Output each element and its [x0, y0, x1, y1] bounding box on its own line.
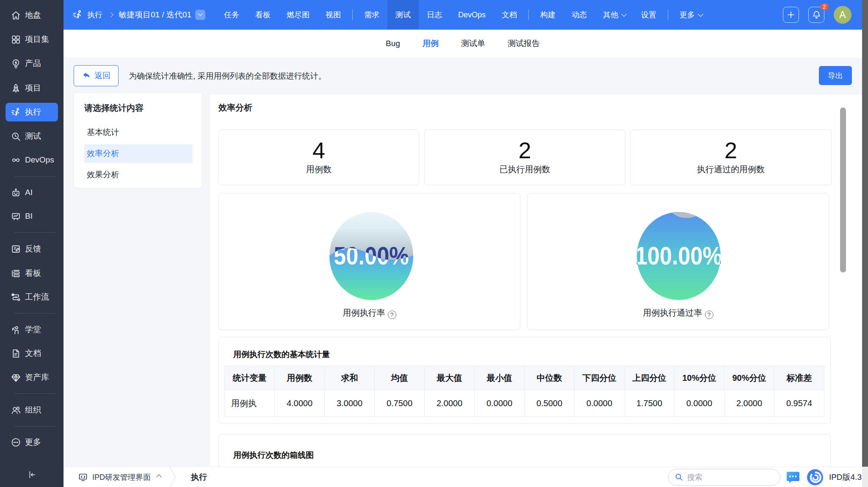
svg-text:100.00%: 100.00%: [637, 242, 721, 270]
